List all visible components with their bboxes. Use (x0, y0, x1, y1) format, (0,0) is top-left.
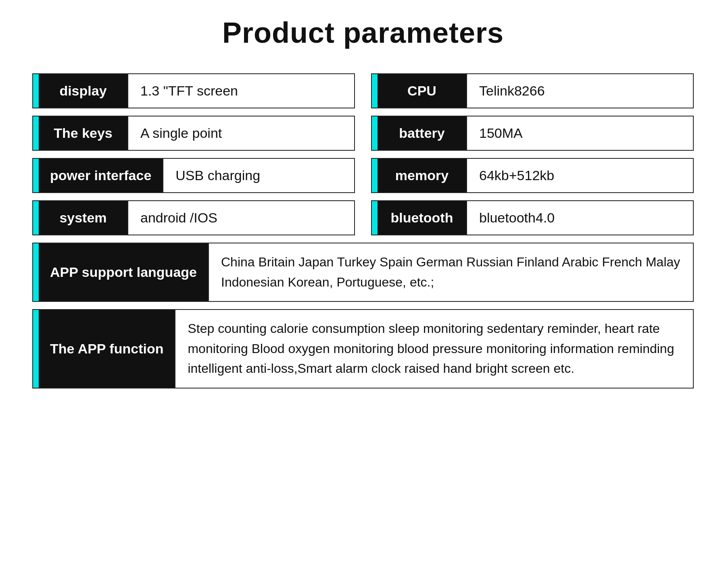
value-power: USB charging (163, 159, 354, 192)
value-memory: 64kb+512kb (466, 159, 693, 192)
accent-bar-language (33, 243, 39, 301)
accent-bar-keys (33, 116, 39, 150)
value-battery: 150MA (466, 116, 693, 150)
label-app-language: APP support language (39, 243, 208, 301)
accent-bar-memory (372, 159, 378, 192)
param-row-bluetooth: bluetooth bluetooth4.0 (371, 200, 694, 235)
value-keys: A single point (127, 116, 354, 150)
label-app-function: The APP function (39, 310, 175, 388)
param-row-keys: The keys A single point (32, 116, 355, 151)
value-display: 1.3 "TFT screen (127, 74, 354, 108)
label-system: system (39, 201, 127, 235)
param-row-battery: battery 150MA (371, 116, 694, 151)
label-battery: battery (378, 116, 466, 150)
param-row-system: system android /IOS (32, 200, 355, 235)
params-table: display 1.3 "TFT screen CPU Telink8266 T… (32, 73, 694, 389)
label-power: power interface (39, 159, 163, 192)
row-pair-1: display 1.3 "TFT screen CPU Telink8266 (32, 73, 694, 108)
label-keys: The keys (39, 116, 127, 150)
label-cpu: CPU (378, 74, 466, 108)
label-memory: memory (378, 159, 466, 192)
row-pair-2: The keys A single point battery 150MA (32, 116, 694, 151)
accent-bar-battery (372, 116, 378, 150)
value-system: android /IOS (127, 201, 354, 235)
label-bluetooth: bluetooth (378, 201, 466, 235)
accent-bar-bluetooth (372, 201, 378, 235)
param-row-display: display 1.3 "TFT screen (32, 73, 355, 108)
accent-bar-display (33, 74, 39, 108)
value-app-language: China Britain Japan Turkey Spain German … (208, 243, 693, 301)
page-title: Product parameters (222, 16, 504, 49)
accent-bar-power (33, 159, 39, 192)
value-bluetooth: bluetooth4.0 (466, 201, 693, 235)
value-app-function: Step counting calorie consumption sleep … (175, 310, 693, 388)
param-row-memory: memory 64kb+512kb (371, 158, 694, 193)
row-app-language: APP support language China Britain Japan… (32, 243, 694, 302)
label-display: display (39, 74, 127, 108)
accent-bar-function (33, 310, 39, 388)
row-pair-3: power interface USB charging memory 64kb… (32, 158, 694, 193)
param-row-cpu: CPU Telink8266 (371, 73, 694, 108)
param-row-power: power interface USB charging (32, 158, 355, 193)
accent-bar-cpu (372, 74, 378, 108)
row-app-function: The APP function Step counting calorie c… (32, 309, 694, 389)
value-cpu: Telink8266 (466, 74, 693, 108)
row-pair-4: system android /IOS bluetooth bluetooth4… (32, 200, 694, 235)
accent-bar-system (33, 201, 39, 235)
